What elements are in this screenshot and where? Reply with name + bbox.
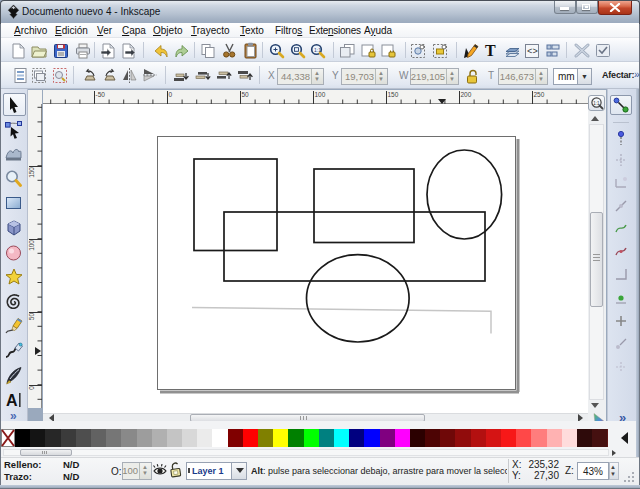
svg-text:150: 150 <box>28 167 35 178</box>
svg-text:250: 250 <box>534 91 545 98</box>
svg-text:100: 100 <box>315 91 326 98</box>
svg-text:<>: <> <box>527 47 538 57</box>
svg-text:50: 50 <box>28 313 35 321</box>
svg-text:200: 200 <box>461 91 472 98</box>
svg-text:-50: -50 <box>96 91 106 98</box>
svg-text:A: A <box>6 392 18 409</box>
svg-text:50: 50 <box>242 91 250 98</box>
svg-text:150: 150 <box>388 91 399 98</box>
svg-text:0: 0 <box>169 91 173 98</box>
svg-text:0: 0 <box>28 386 35 390</box>
svg-text:1:1: 1:1 <box>314 47 321 53</box>
svg-text:1:1: 1:1 <box>593 101 600 106</box>
svg-text:100: 100 <box>28 240 35 251</box>
